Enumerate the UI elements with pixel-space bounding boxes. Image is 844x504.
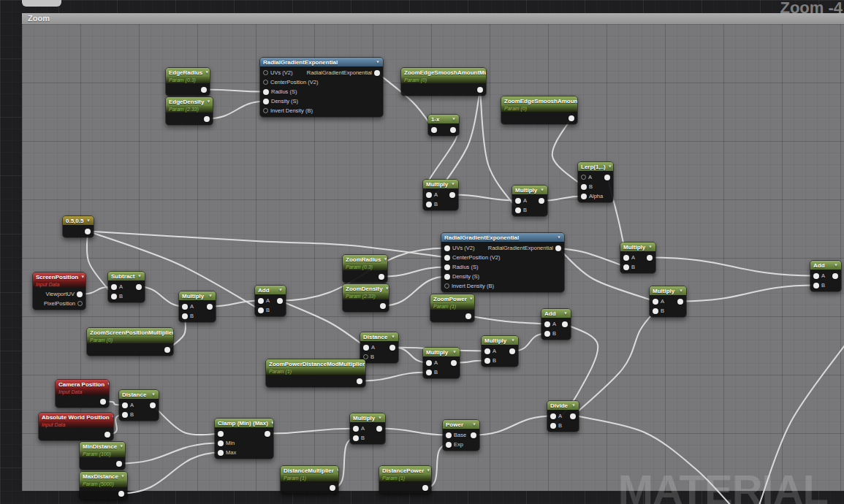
node-mult-e[interactable]: Multiply▼AB	[649, 286, 687, 318]
pin-input-b[interactable]	[544, 331, 550, 337]
collapse-arrow-icon[interactable]: ▼	[511, 338, 515, 343]
pin-input-b[interactable]	[258, 308, 264, 313]
pin-output-0[interactable]	[422, 485, 428, 491]
pin-output-0[interactable]	[539, 198, 544, 204]
collapse-arrow-icon[interactable]: ▼	[385, 286, 389, 291]
node-zoom-density[interactable]: ZoomDensity▼Param (2.33)	[342, 283, 389, 313]
pin-input-b[interactable]	[623, 264, 629, 270]
pin-output-0[interactable]	[104, 432, 110, 438]
collapse-arrow-icon[interactable]: ▼	[452, 117, 456, 121]
node-add-c[interactable]: Add▼AB	[810, 260, 842, 292]
pin-output-0[interactable]	[204, 116, 210, 122]
pin-input-b[interactable]	[515, 207, 521, 213]
pin-output-0[interactable]	[477, 87, 483, 93]
pin-input-invert-density-b[interactable]	[263, 108, 268, 113]
pin-input-b[interactable]	[353, 435, 359, 441]
pin-input-invert-density-b[interactable]	[444, 283, 449, 289]
pin-output-0[interactable]	[832, 273, 838, 279]
node-mult-f[interactable]: Multiply▼AB	[422, 347, 460, 379]
collapse-arrow-icon[interactable]: ▼	[834, 263, 838, 267]
node-mult-c[interactable]: Multiply▼AB	[178, 291, 216, 323]
node-max-dist[interactable]: MaxDistance▼Param (5000)	[79, 471, 128, 500]
collapse-arrow-icon[interactable]: ▼	[563, 311, 568, 316]
node-dist-b[interactable]: Distance▼AB	[118, 389, 159, 421]
pin-output-0[interactable]	[604, 175, 610, 180]
pin-output-0[interactable]	[136, 284, 142, 290]
collapse-arrow-icon[interactable]: ▼	[278, 288, 283, 292]
pin-input-b[interactable]	[653, 308, 658, 314]
pin-input-centerposition-v2[interactable]	[263, 80, 268, 85]
pin-input-a[interactable]	[122, 402, 128, 408]
node-zoom-radius[interactable]: ZoomRadius▼Param (0.3)	[342, 254, 388, 283]
pin-input-base[interactable]	[446, 432, 452, 438]
pin-output-0[interactable]	[201, 87, 207, 93]
node-zspm[interactable]: ZoomScreenPositionMultiplier▼Param (0)	[86, 327, 174, 356]
collapse-arrow-icon[interactable]: ▼	[391, 335, 395, 339]
pin-output-0[interactable]	[570, 413, 576, 419]
pin-output-0[interactable]	[677, 299, 683, 305]
collapse-arrow-icon[interactable]: ▼	[205, 70, 209, 75]
collapse-arrow-icon[interactable]: ▼	[151, 392, 156, 397]
pin-input-a[interactable]	[484, 348, 490, 354]
pin-input-a[interactable]	[353, 426, 359, 432]
collapse-arrow-icon[interactable]: ▼	[107, 382, 109, 386]
pin-output-0[interactable]	[450, 127, 456, 133]
pin-input-0[interactable]	[218, 431, 224, 437]
pin-input-a[interactable]	[363, 345, 369, 351]
node-clamp[interactable]: Clamp (Min) (Max)▼MinMax	[214, 418, 274, 459]
node-rge2[interactable]: RadialGradientExponential▼UVs (V2)Radial…	[441, 232, 565, 293]
node-zesa[interactable]: ZoomEdgeSmooshAmount▼Param (0)	[501, 96, 578, 125]
node-one-minus-x[interactable]: 1-x▼	[427, 114, 460, 137]
pin-input-b[interactable]	[122, 412, 128, 418]
pin-output-0[interactable]	[509, 348, 515, 354]
pin-input-a[interactable]	[653, 299, 658, 305]
pin-input-a[interactable]	[111, 284, 117, 290]
pin-input-b[interactable]	[484, 358, 490, 364]
pin-output-viewportuv[interactable]	[77, 291, 83, 297]
pin-output-0[interactable]	[116, 461, 122, 467]
node-divide[interactable]: Divide▼AB	[547, 400, 579, 432]
pin-output-0[interactable]	[471, 432, 476, 438]
pin-output-0[interactable]	[207, 304, 213, 310]
node-zpdmm[interactable]: ZoomPowerDistanceModMultiplier▼Param (1)	[265, 359, 366, 388]
pin-input-a[interactable]	[182, 304, 188, 310]
collapse-arrow-icon[interactable]: ▼	[112, 415, 113, 419]
node-awp[interactable]: Absolute World Position▼Input Data	[38, 412, 114, 441]
pin-input-a[interactable]	[550, 413, 556, 419]
node-rge1[interactable]: RadialGradientExponential▼UVs (V2)Radial…	[259, 57, 384, 118]
pin-input-min[interactable]	[218, 440, 224, 446]
node-screen-pos[interactable]: ScreenPosition▼Input DataViewportUVPixel…	[32, 272, 86, 310]
collapse-arrow-icon[interactable]: ▼	[376, 60, 380, 64]
node-dist-mult[interactable]: DistanceMultiplier▼Param (1)	[280, 465, 339, 495]
collapse-arrow-icon[interactable]: ▼	[270, 421, 273, 425]
pin-output-radialgradientexponential[interactable]	[555, 245, 561, 251]
pin-input-a[interactable]	[258, 298, 264, 304]
pin-input-b[interactable]	[550, 423, 556, 429]
pin-input-b[interactable]	[581, 184, 587, 190]
pin-input-a[interactable]	[426, 360, 432, 366]
pin-output-0[interactable]	[562, 321, 568, 327]
pin-input-b[interactable]	[426, 370, 432, 375]
node-half-half[interactable]: 0.5,0.5▼	[62, 215, 94, 238]
collapse-arrow-icon[interactable]: ▼	[679, 289, 683, 293]
collapse-arrow-icon[interactable]: ▼	[80, 275, 85, 279]
pin-output-0[interactable]	[451, 360, 457, 366]
pin-output-0[interactable]	[164, 347, 170, 353]
pin-input-centerposition-v2[interactable]	[444, 255, 450, 261]
pin-input-0[interactable]	[431, 127, 437, 133]
pin-input-density-s[interactable]	[444, 274, 450, 280]
pin-output-0[interactable]	[118, 491, 124, 497]
node-mult-g[interactable]: Multiply▼AB	[481, 335, 519, 367]
collapse-arrow-icon[interactable]: ▼	[383, 257, 387, 261]
pin-input-b[interactable]	[426, 202, 432, 207]
collapse-arrow-icon[interactable]: ▼	[469, 297, 474, 301]
collapse-arrow-icon[interactable]: ▼	[137, 274, 142, 278]
pin-input-a[interactable]	[623, 255, 629, 261]
collapse-arrow-icon[interactable]: ▼	[378, 416, 382, 420]
collapse-arrow-icon[interactable]: ▼	[452, 350, 457, 354]
collapse-arrow-icon[interactable]: ▼	[206, 99, 210, 104]
node-lerp[interactable]: Lerp(1,..)▼ABAlpha	[577, 161, 614, 203]
pin-output-0[interactable]	[357, 378, 362, 384]
pin-output-0[interactable]	[647, 255, 653, 261]
pin-input-b[interactable]	[813, 283, 819, 289]
